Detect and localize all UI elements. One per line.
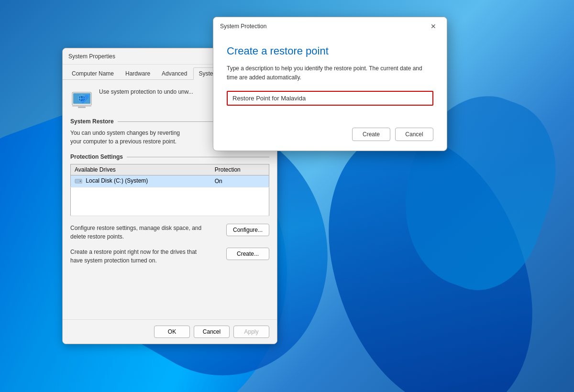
system-protection-desc: Use system protection to undo unw... <box>99 87 193 96</box>
table-row: Local Disk (C:) (System) On <box>71 175 269 187</box>
section-divider-2 <box>127 157 269 157</box>
drive-protection: On <box>211 175 269 187</box>
configure-button[interactable]: Configure... <box>226 224 269 236</box>
configure-desc: Configure restore settings, manage disk … <box>70 224 221 241</box>
dialog-body: Create a restore point Type a descriptio… <box>213 35 447 128</box>
dialog-title: System Protection <box>220 23 266 30</box>
dialog-description: Type a description to help you identify … <box>227 64 433 82</box>
tab-computer-name[interactable]: Computer Name <box>66 67 119 79</box>
svg-point-10 <box>80 181 81 182</box>
restore-point-input[interactable] <box>227 91 433 106</box>
drive-icon <box>75 177 82 185</box>
col-protection: Protection <box>211 164 269 175</box>
apply-button[interactable]: Apply <box>233 326 269 338</box>
dialog-cancel-button[interactable]: Cancel <box>395 128 433 141</box>
protection-table: Available Drives Protection Local Disk (… <box>70 164 269 216</box>
svg-rect-2 <box>72 105 91 107</box>
cancel-button[interactable]: Cancel <box>194 326 230 338</box>
dialog-close-button[interactable]: ✕ <box>427 20 440 33</box>
configure-row: Configure restore settings, manage disk … <box>70 224 269 241</box>
drive-name: Local Disk (C:) (System) <box>71 175 211 187</box>
dialog-heading: Create a restore point <box>227 45 433 57</box>
system-protection-dialog: System Protection ✕ Create a restore poi… <box>213 17 447 151</box>
tab-hardware[interactable]: Hardware <box>120 67 155 79</box>
system-protection-icon <box>70 87 93 110</box>
table-row-empty <box>71 187 269 216</box>
dialog-titlebar: System Protection ✕ <box>213 17 447 35</box>
ok-button[interactable]: OK <box>154 326 190 338</box>
svg-rect-3 <box>78 107 86 108</box>
svg-rect-11 <box>76 183 82 184</box>
tab-advanced[interactable]: Advanced <box>156 67 192 79</box>
col-drives: Available Drives <box>71 164 211 175</box>
protection-settings-header: Protection Settings <box>70 153 269 160</box>
dialog-create-button[interactable]: Create <box>352 128 390 141</box>
create-desc: Create a restore point right now for the… <box>70 248 221 265</box>
create-row: Create a restore point right now for the… <box>70 248 269 265</box>
system-properties-footer: OK Cancel Apply <box>63 319 277 344</box>
system-properties-title: System Properties <box>68 53 115 60</box>
dialog-footer: Create Cancel <box>213 128 447 151</box>
create-button[interactable]: Create... <box>226 248 269 260</box>
close-icon: ✕ <box>430 22 436 30</box>
